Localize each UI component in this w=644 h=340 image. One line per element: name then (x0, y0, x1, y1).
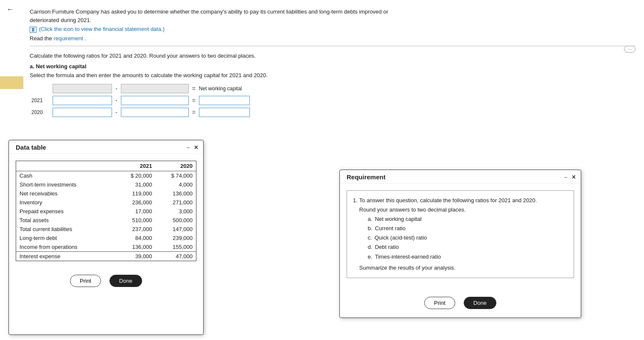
data-cell-5-0: Total assets (16, 216, 115, 225)
read-label: Read the (30, 35, 52, 42)
data-table-minimize[interactable]: − (185, 145, 190, 150)
requirement-minimize[interactable]: − (563, 174, 568, 180)
data-cell-4-2: 3,000 (156, 207, 196, 216)
data-row-8: Income from operations136,000155,000 (16, 242, 196, 252)
data-row-3: Inventory236,000271,000 (16, 198, 196, 207)
data-cell-7-2: 239,000 (156, 234, 196, 242)
data-cell-9-0: Interest expense (16, 252, 115, 261)
req-sub-letter-0: a. (368, 215, 372, 224)
row-2021: 2021 - = (30, 95, 252, 106)
req-sub-text-3: Debt ratio (375, 242, 399, 252)
equals-2021: = (190, 95, 197, 106)
data-cell-5-2: 500,000 (156, 216, 196, 225)
data-link-line: (Click the icon to view the financial st… (30, 26, 636, 33)
equals-2020: = (190, 106, 197, 118)
data-cell-1-0: Short-term investments (16, 180, 115, 189)
req-sub-letter-3: d. (368, 242, 372, 252)
data-table-title: Data table (16, 144, 46, 151)
collapse-button[interactable]: ··· (624, 46, 636, 53)
data-cell-8-1: 136,000 (115, 242, 155, 252)
calculate-text: Calculate the following ratios for 2021 … (30, 53, 636, 59)
data-cell-4-1: 17,000 (115, 207, 155, 216)
data-cell-6-1: 237,000 (115, 225, 155, 234)
req-sub-item-3: d.Debt ratio (368, 242, 537, 252)
req-sub-text-4: Times-interest-earned ratio (375, 252, 441, 262)
requirement-link[interactable]: requirement (53, 35, 83, 42)
data-row-2: Net receivables119,000136,000 (16, 189, 196, 198)
data-table-body: 2021 2020 Cash$ 20,000$ 74,000Short-term… (9, 154, 203, 268)
back-button[interactable]: ← (6, 5, 14, 14)
data-cell-0-0: Cash (16, 171, 115, 181)
requirement-done-button[interactable]: Done (464, 297, 496, 309)
header-equals: = (190, 83, 197, 95)
req-sub-item-2: c.Quick (acid-test) ratio (368, 233, 537, 242)
minus-2021: - (114, 95, 119, 106)
data-table-header-row: 2021 2020 (16, 161, 196, 171)
data-table-dialog: Data table − × 2021 2020 Cash$ 20,000$ 7… (8, 140, 204, 335)
left-accent (0, 76, 23, 89)
year-2021: 2021 (30, 95, 51, 106)
data-cell-7-0: Long-term debt (16, 234, 115, 242)
data-cell-8-2: 155,000 (156, 242, 196, 252)
req-sub-item-1: b.Current ratio (368, 224, 537, 233)
input-2020-val1[interactable] (53, 108, 112, 117)
data-table-done-button[interactable]: Done (109, 275, 142, 287)
data-cell-2-0: Net receivables (16, 189, 115, 198)
requirement-controls: − × (563, 174, 576, 181)
data-cell-0-2: $ 74,000 (156, 171, 196, 181)
data-icon (30, 27, 36, 33)
requirement-title: Requirement (347, 173, 386, 181)
financial-data-table: 2021 2020 Cash$ 20,000$ 74,000Short-term… (16, 161, 196, 261)
data-table-close[interactable]: × (194, 144, 198, 151)
data-row-1: Short-term investments31,0004,000 (16, 180, 196, 189)
minus-2020: - (114, 106, 119, 118)
data-row-7: Long-term debt84,000239,000 (16, 234, 196, 242)
data-table-print-button[interactable]: Print (70, 275, 101, 287)
req-sub-item-0: a.Net working capital (368, 215, 537, 224)
req-sub-text-1: Current ratio (375, 224, 406, 233)
data-link[interactable]: (Click the icon to view the financial st… (39, 26, 165, 32)
result-2021[interactable] (199, 96, 250, 105)
requirement-header: Requirement − × (340, 170, 581, 184)
data-cell-1-2: 4,000 (156, 180, 196, 189)
req-sub-letter-1: b. (368, 224, 372, 233)
req-sub-text-2: Quick (acid-test) ratio (375, 233, 427, 242)
header-minus: - (114, 83, 119, 95)
year-2020: 2020 (30, 106, 51, 118)
data-cell-5-1: 510,000 (115, 216, 155, 225)
req-sub-letter-4: e. (368, 252, 372, 262)
req-item-1-text2: Round your answers to two decimal places… (359, 206, 466, 213)
data-table-footer: Print Done (9, 268, 203, 295)
formula-table: - = Net working capital 2021 - = 2020 (30, 83, 252, 118)
col-2020: 2020 (156, 161, 196, 171)
data-cell-3-1: 236,000 (115, 198, 155, 207)
data-cell-0-1: $ 20,000 (115, 171, 155, 181)
data-cell-9-1: 39,000 (115, 252, 155, 261)
data-cell-6-0: Total current liabilities (16, 225, 115, 234)
requirement-content-box: 1. To answer this question, calculate th… (347, 190, 574, 278)
row-2020: 2020 - = (30, 106, 252, 118)
req-item-1: 1. To answer this question, calculate th… (353, 196, 568, 273)
requirement-footer: Print Done (340, 290, 581, 318)
data-cell-3-0: Inventory (16, 198, 115, 207)
data-row-0: Cash$ 20,000$ 74,000 (16, 171, 196, 181)
data-cell-2-2: 136,000 (156, 189, 196, 198)
read-requirement-line: Read the requirement . (30, 35, 636, 42)
input-2021-val1[interactable] (53, 96, 112, 105)
requirement-print-button[interactable]: Print (424, 297, 455, 309)
data-table-header: Data table − × (9, 140, 203, 154)
req-sub-letter-2: c. (368, 233, 372, 242)
result-2020[interactable] (199, 108, 250, 117)
input-2020-val2[interactable] (121, 108, 189, 117)
main-content: ← Carrison Furniture Company has asked y… (0, 0, 644, 340)
input-2021-val2[interactable] (121, 96, 189, 105)
data-cell-7-1: 84,000 (115, 234, 155, 242)
data-cell-1-1: 31,000 (115, 180, 155, 189)
req-sub-list: a.Net working capitalb.Current ratioc.Qu… (368, 215, 537, 261)
formula-instruction: Select the formula and then enter the am… (30, 72, 636, 78)
data-cell-2-1: 119,000 (115, 189, 155, 198)
col-2021: 2021 (115, 161, 155, 171)
requirement-close[interactable]: × (572, 174, 576, 181)
data-row-5: Total assets510,000500,000 (16, 216, 196, 225)
data-row-9: Interest expense39,00047,000 (16, 252, 196, 261)
